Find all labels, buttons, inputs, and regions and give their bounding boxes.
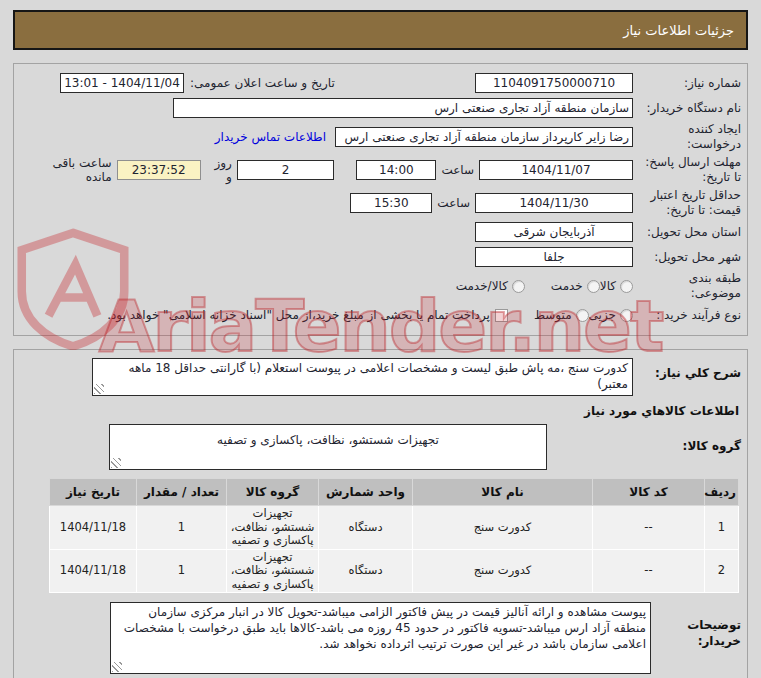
subject-option-service[interactable]: خدمت: [551, 279, 600, 293]
buyer-org-field[interactable]: سازمان منطقه آزاد تجاری صنعتی ارس: [173, 98, 633, 118]
col-goods-group: گروه کالا: [227, 479, 319, 506]
row-need-desc: شرح کلي نیاز: کدورت سنج ،مه پاش طبق لیست…: [20, 358, 741, 396]
delivery-city-label: شهر محل تحویل:: [633, 250, 741, 265]
col-goods-name: نام کالا: [413, 479, 593, 506]
request-creator-field[interactable]: رضا زایر کارپرداز سازمان منطقه آزاد تجار…: [335, 127, 633, 147]
response-deadline-label: مهلت ارسال پاسخ: تا تاریخ:: [633, 155, 741, 185]
row-response-deadline: مهلت ارسال پاسخ: تا تاریخ: 1404/11/07 سا…: [20, 155, 741, 185]
row-goods-group: گروه کالا: تجهیزات شستشو، نظافت، پاکسازی…: [20, 424, 741, 470]
cell-row-number: 1: [705, 506, 739, 550]
goods-section-title: اطلاعات کالاهاي مورد نیاز: [20, 404, 739, 418]
need-info-panel: شماره نیاز: 1104091750000710 تاریخ و ساع…: [13, 63, 748, 336]
radio-partial-label: جزیی: [589, 308, 616, 322]
col-goods-code: کد کالا: [593, 479, 705, 506]
cell-quantity: 1: [137, 549, 227, 593]
treasury-checkbox-icon[interactable]: [495, 309, 508, 322]
delivery-province-label: استان محل تحویل:: [633, 225, 741, 240]
resize-grip-icon[interactable]: [111, 458, 121, 468]
goods-group-label: گروه کالا:: [633, 439, 741, 455]
cell-row-number: 2: [705, 549, 739, 593]
col-unit: واحد شمارش: [319, 479, 413, 506]
price-validity-time-field[interactable]: 15:30: [350, 193, 432, 213]
need-details-panel: شرح کلي نیاز: کدورت سنج ،مه پاش طبق لیست…: [13, 349, 748, 678]
buyer-notes-text: پیوست مشاهده و ارائه آنالیز قیمت در پیش …: [124, 605, 646, 650]
row-purchase-process: نوع فرآیند خرید : جزیی متوسط پرداخت تمام…: [20, 304, 741, 326]
price-validity-label: حداقل تاریخ اعتبار قیمت: تا تاریخ:: [633, 188, 741, 218]
col-row-number: ردیف: [705, 479, 739, 506]
delivery-city-field[interactable]: جلفا: [475, 247, 633, 267]
price-validity-hour-label: ساعت: [437, 196, 470, 210]
radio-goods-icon[interactable]: [620, 280, 633, 293]
process-option-medium[interactable]: متوسط: [534, 308, 589, 322]
col-need-date: تاریخ نیاز: [50, 479, 137, 506]
goods-group-textarea[interactable]: تجهیزات شستشو، نظافت، پاکسازی و تصفیه: [109, 424, 547, 470]
treasury-checkbox-label: پرداخت تمام یا بخشی از مبلغ خرید،از محل …: [107, 308, 490, 322]
need-number-label: شماره نیاز:: [633, 76, 741, 91]
cell-quantity: 1: [137, 506, 227, 550]
page-title-bar: جزئیات اطلاعات نیاز: [13, 10, 748, 50]
need-number-field[interactable]: 1104091750000710: [475, 73, 633, 93]
cell-goods-name: کدورت سنج: [413, 549, 593, 593]
cell-need-date: 1404/11/18: [50, 506, 137, 550]
radio-partial-icon[interactable]: [620, 309, 633, 322]
response-time-field[interactable]: 14:00: [356, 160, 436, 180]
treasury-payment-option[interactable]: پرداخت تمام یا بخشی از مبلغ خرید،از محل …: [107, 308, 508, 322]
row-need-number: شماره نیاز: 1104091750000710 تاریخ و ساع…: [20, 72, 741, 94]
cell-goods-code: --: [593, 549, 705, 593]
cell-need-date: 1404/11/18: [50, 549, 137, 593]
countdown-timer: 23:37:52: [117, 160, 201, 180]
purchase-process-label: نوع فرآیند خرید :: [633, 308, 741, 323]
buyer-contact-link[interactable]: اطلاعات تماس خریدار: [215, 130, 326, 144]
need-desc-textarea[interactable]: کدورت سنج ،مه پاش طبق لیست و مشخصات اعلا…: [92, 358, 633, 396]
row-delivery-city: شهر محل تحویل: جلفا: [20, 246, 741, 268]
radio-medium-label: متوسط: [534, 308, 572, 322]
need-desc-label: شرح کلي نیاز:: [633, 358, 741, 382]
cell-goods-group: تجهیزات شستشو، نظافت، پاکسازی و تصفیه: [227, 506, 319, 550]
need-desc-text: کدورت سنج ،مه پاش طبق لیست و مشخصات اعلا…: [129, 361, 628, 391]
cell-unit: دستگاه: [319, 506, 413, 550]
row-subject-class: طبقه بندی موضوعی: کالا خدمت کالا/خدمت: [20, 271, 741, 301]
subject-option-goods[interactable]: کالا: [600, 279, 633, 293]
row-buyer-org: نام دستگاه خریدار: سازمان منطقه آزاد تجا…: [20, 97, 741, 119]
buyer-org-label: نام دستگاه خریدار:: [633, 101, 741, 116]
row-request-creator: ایجاد کننده درخواست: رضا زایر کارپرداز س…: [20, 122, 741, 152]
remaining-hours-label: ساعت باقی مانده: [25, 156, 112, 184]
response-deadline-date-field[interactable]: 1404/11/07: [479, 160, 633, 180]
cell-goods-name: کدورت سنج: [413, 506, 593, 550]
radio-service-label: خدمت: [551, 279, 583, 293]
resize-grip-icon[interactable]: [94, 384, 104, 394]
row-buyer-notes: توضیحات خریدار: پیوست مشاهده و ارائه آنا…: [20, 602, 741, 674]
buyer-notes-textarea[interactable]: پیوست مشاهده و ارائه آنالیز قیمت در پیش …: [110, 602, 651, 674]
price-validity-date-field[interactable]: 1404/11/30: [475, 193, 633, 213]
col-quantity: تعداد / مقدار: [137, 479, 227, 506]
cell-unit: دستگاه: [319, 549, 413, 593]
subject-option-goods-service[interactable]: کالا/خدمت: [456, 279, 525, 293]
page-title: جزئیات اطلاعات نیاز: [623, 23, 734, 38]
radio-goods-label: کالا: [600, 279, 616, 293]
cell-goods-code: --: [593, 506, 705, 550]
radio-goods-service-icon[interactable]: [512, 280, 525, 293]
response-hour-label: ساعت: [441, 163, 474, 177]
announce-datetime-field[interactable]: 1404/11/04 - 13:01: [60, 73, 184, 93]
radio-medium-icon[interactable]: [576, 309, 589, 322]
delivery-province-field[interactable]: آذربایجان شرقی: [475, 222, 633, 242]
goods-group-text: تجهیزات شستشو، نظافت، پاکسازی و تصفیه: [217, 427, 439, 449]
announce-datetime-label: تاریخ و ساعت اعلان عمومی:: [190, 76, 335, 90]
row-delivery-province: استان محل تحویل: آذربایجان شرقی: [20, 221, 741, 243]
radio-goods-service-label: کالا/خدمت: [456, 279, 508, 293]
goods-table-header-row: ردیف کد کالا نام کالا واحد شمارش گروه کا…: [50, 479, 739, 506]
request-creator-label: ایجاد کننده درخواست:: [633, 122, 741, 152]
cell-goods-group: تجهیزات شستشو، نظافت، پاکسازی و تصفیه: [227, 549, 319, 593]
process-option-partial[interactable]: جزیی: [589, 308, 633, 322]
subject-class-label: طبقه بندی موضوعی:: [633, 271, 741, 301]
radio-service-icon[interactable]: [587, 280, 600, 293]
buyer-notes-label: توضیحات خریدار:: [651, 602, 741, 649]
table-row[interactable]: 1 -- کدورت سنج دستگاه تجهیزات شستشو، نظا…: [50, 506, 739, 550]
days-label: روز و: [206, 156, 232, 184]
row-price-validity: حداقل تاریخ اعتبار قیمت: تا تاریخ: 1404/…: [20, 188, 741, 218]
table-row[interactable]: 2 -- کدورت سنج دستگاه تجهیزات شستشو، نظا…: [50, 549, 739, 593]
days-remaining-field[interactable]: 2: [237, 160, 335, 180]
goods-table: ردیف کد کالا نام کالا واحد شمارش گروه کا…: [49, 478, 739, 593]
resize-grip-icon[interactable]: [112, 662, 122, 672]
